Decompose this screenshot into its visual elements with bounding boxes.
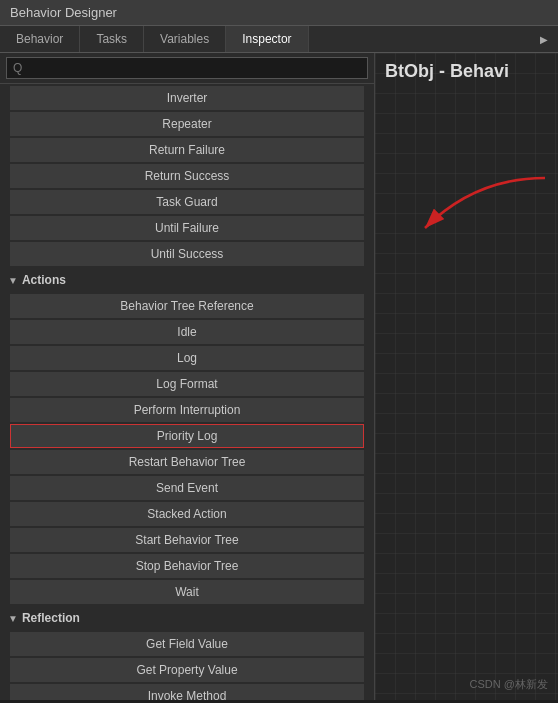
list-item[interactable]: Idle <box>10 320 364 344</box>
list-item[interactable]: Start Behavior Tree <box>10 528 364 552</box>
reflection-collapse-arrow: ▼ <box>8 613 18 624</box>
tab-bar: Behavior Tasks Variables Inspector ▶ <box>0 26 558 53</box>
list-item[interactable]: Inverter <box>10 86 364 110</box>
list-item[interactable]: Return Failure <box>10 138 364 162</box>
tab-behavior[interactable]: Behavior <box>0 26 80 52</box>
list-item[interactable]: Get Field Value <box>10 632 364 656</box>
list-item[interactable]: Get Property Value <box>10 658 364 682</box>
tab-inspector[interactable]: Inspector <box>226 26 308 52</box>
search-bar <box>0 53 374 84</box>
list-container[interactable]: Inverter Repeater Return Failure Return … <box>0 84 374 700</box>
watermark: CSDN @林新发 <box>470 677 548 692</box>
tab-arrow-icon: ▶ <box>530 28 558 51</box>
list-item[interactable]: Invoke Method <box>10 684 364 700</box>
list-item[interactable]: Perform Interruption <box>10 398 364 422</box>
reflection-section-label: Reflection <box>22 611 80 625</box>
list-item[interactable]: Restart Behavior Tree <box>10 450 364 474</box>
actions-collapse-arrow: ▼ <box>8 275 18 286</box>
right-panel: BtObj - Behavi CSDN @林新发 <box>375 53 558 700</box>
list-item[interactable]: Stop Behavior Tree <box>10 554 364 578</box>
search-input[interactable] <box>6 57 368 79</box>
tab-variables[interactable]: Variables <box>144 26 226 52</box>
list-item[interactable]: Task Guard <box>10 190 364 214</box>
list-item[interactable]: Until Success <box>10 242 364 266</box>
priority-log-item[interactable]: Priority Log <box>10 424 364 448</box>
tab-tasks[interactable]: Tasks <box>80 26 144 52</box>
list-item[interactable]: Repeater <box>10 112 364 136</box>
title-bar: Behavior Designer <box>0 0 558 26</box>
inspector-title: BtObj - Behavi <box>385 61 509 82</box>
list-item[interactable]: Behavior Tree Reference <box>10 294 364 318</box>
grid-background <box>375 53 558 700</box>
actions-section-label: Actions <box>22 273 66 287</box>
main-layout: Inverter Repeater Return Failure Return … <box>0 53 558 700</box>
list-item[interactable]: Return Success <box>10 164 364 188</box>
list-item[interactable]: Until Failure <box>10 216 364 240</box>
left-panel: Inverter Repeater Return Failure Return … <box>0 53 375 700</box>
list-item[interactable]: Log <box>10 346 364 370</box>
app-title: Behavior Designer <box>10 5 117 20</box>
list-item[interactable]: Log Format <box>10 372 364 396</box>
reflection-section-header[interactable]: ▼ Reflection <box>0 606 374 630</box>
actions-section-header[interactable]: ▼ Actions <box>0 268 374 292</box>
list-item[interactable]: Send Event <box>10 476 364 500</box>
list-item[interactable]: Wait <box>10 580 364 604</box>
list-item[interactable]: Stacked Action <box>10 502 364 526</box>
